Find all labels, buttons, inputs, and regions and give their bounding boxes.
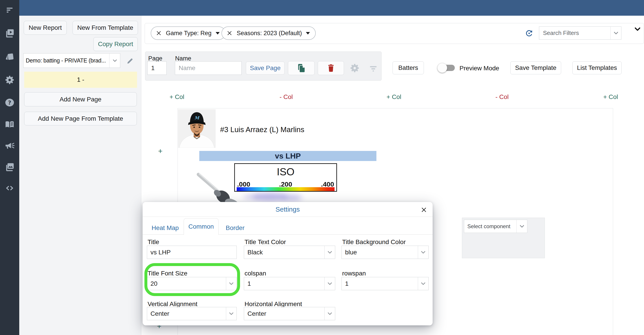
tab-heat-map[interactable]: Heat Map [152, 224, 179, 232]
add-new-page-from-template-button[interactable]: Add New Page From Template [24, 112, 137, 126]
cards-icon[interactable] [4, 52, 15, 62]
history-icon[interactable] [525, 29, 533, 38]
heatmap-blob [243, 194, 259, 199]
search-filters-select[interactable]: Search Filters [539, 26, 622, 40]
filter-bar: Game Type: RegSeasons: 2023 (Default) Se… [145, 23, 644, 44]
field-select-colspan[interactable]: 1 [244, 277, 335, 290]
player-photo: M [178, 109, 216, 148]
gear-icon[interactable] [350, 63, 360, 73]
field-label: Vertical Alignment [148, 300, 198, 308]
field-label: Title Font Size [148, 270, 188, 277]
field-select-horizontal-alignment[interactable]: Center [244, 307, 335, 320]
field-label: Horizontal Alignment [244, 300, 302, 308]
report-select[interactable]: Demo: batting - PRIVATE (brad... [23, 53, 120, 68]
component-picker-panel: Select component [462, 218, 545, 258]
tab-border[interactable]: Border [226, 224, 244, 232]
filter-chip[interactable]: Seasons: 2023 (Default) [222, 26, 316, 40]
caret-down-icon[interactable] [216, 32, 220, 34]
edit-report-pencil-icon[interactable] [126, 57, 134, 65]
add-column-button[interactable]: + Col [386, 94, 401, 100]
copy-report-button[interactable]: Copy Report [94, 37, 138, 51]
app-sidebar: ? [0, 0, 19, 335]
name-label: Name [175, 55, 191, 62]
legend-gradient [237, 187, 334, 191]
save-template-button[interactable]: Save Template [510, 61, 561, 74]
field-label: colspan [244, 270, 266, 277]
player-name: #3 Luis Arraez (L) Marlins [220, 126, 304, 134]
photo-library-icon[interactable] [4, 162, 15, 172]
batters-button[interactable]: Batters [392, 61, 424, 74]
legend-max: .400 [321, 180, 334, 188]
chevron-down-icon [324, 307, 335, 320]
chevron-down-icon [516, 220, 527, 233]
remove-filter-icon[interactable] [227, 30, 232, 36]
collapse-filters-chevron-icon[interactable] [634, 27, 641, 32]
chevron-down-icon [418, 277, 428, 290]
video-library-icon[interactable] [4, 28, 15, 38]
legend-mid: .200 [279, 180, 292, 188]
report-panel: New Report New From Template Copy Report… [19, 16, 141, 335]
copy-page-button[interactable] [288, 61, 314, 75]
preview-mode-label: Preview Mode [460, 65, 499, 72]
code-icon[interactable] [5, 184, 14, 192]
page-list-item[interactable]: 1 - [24, 72, 137, 88]
close-icon[interactable] [421, 207, 427, 213]
field-select-title-background-color[interactable]: blue [342, 246, 428, 259]
heatmap-blob [281, 195, 302, 201]
chevron-down-icon [324, 277, 335, 290]
add-column-button[interactable]: + Col [170, 94, 184, 100]
page-toolbar: Page Name Save Page [145, 52, 382, 80]
help-icon[interactable]: ? [5, 98, 14, 108]
book-icon[interactable] [4, 119, 15, 130]
remove-column-button[interactable]: - Col [495, 94, 508, 100]
field-select-vertical-alignment[interactable]: Center [147, 307, 237, 320]
field-label: Title [148, 238, 159, 246]
add-column-button[interactable]: + Col [603, 94, 618, 100]
new-from-template-button[interactable]: New From Template [72, 21, 138, 35]
legend-title: ISO [235, 166, 336, 178]
chevron-down-icon [109, 54, 120, 68]
field-label: Title Background Color [342, 238, 406, 246]
add-new-page-button[interactable]: Add New Page [24, 92, 137, 106]
modal-title: Settings [143, 206, 432, 213]
field-label: rowspan [342, 270, 366, 277]
page-number-input[interactable] [147, 61, 166, 75]
remove-column-button[interactable]: - Col [280, 94, 293, 100]
divider [143, 216, 432, 217]
tab-common[interactable]: Common [184, 218, 218, 235]
svg-text:?: ? [8, 100, 11, 106]
caret-down-icon[interactable] [306, 32, 310, 34]
field-select-rowspan[interactable]: 1 [342, 277, 428, 290]
save-page-button[interactable]: Save Page [246, 62, 284, 74]
heatmap-legend: ISO .000 .200 .400 [234, 163, 337, 192]
filter-icon[interactable] [368, 64, 378, 73]
new-report-button[interactable]: New Report [24, 21, 67, 35]
section-title-bar[interactable]: vs LHP [199, 151, 376, 161]
page-label: Page [148, 55, 162, 62]
add-column-plus[interactable]: + [158, 147, 162, 156]
megaphone-icon[interactable] [4, 140, 15, 151]
filter-chip[interactable]: Game Type: Reg [151, 26, 226, 40]
top-bar [19, 0, 644, 16]
svg-text:M: M [194, 115, 200, 120]
chevron-down-icon [610, 27, 621, 40]
component-select[interactable]: Select component [464, 220, 527, 233]
chevron-down-icon [418, 246, 428, 259]
page-name-input[interactable] [175, 61, 242, 75]
field-input-title[interactable]: vs LHP [147, 246, 237, 259]
copy-icon [296, 63, 306, 73]
settings-modal: Settings Heat Map Common Border Titlevs … [143, 202, 432, 325]
remove-filter-icon[interactable] [156, 30, 162, 36]
chevron-down-icon [324, 246, 335, 259]
filter-lines-icon[interactable] [5, 6, 14, 14]
preview-mode-toggle-knob[interactable] [437, 63, 447, 73]
field-select-title-text-color[interactable]: Black [244, 246, 335, 259]
chevron-down-icon [226, 307, 236, 320]
gear-icon[interactable] [4, 75, 15, 85]
trash-icon [326, 63, 336, 73]
delete-page-button[interactable] [318, 61, 344, 75]
field-label: Title Text Color [244, 238, 286, 246]
field-select-title-font-size[interactable]: 20 [147, 277, 237, 290]
list-templates-button[interactable]: List Templates [572, 61, 622, 74]
chevron-down-icon [226, 277, 236, 290]
